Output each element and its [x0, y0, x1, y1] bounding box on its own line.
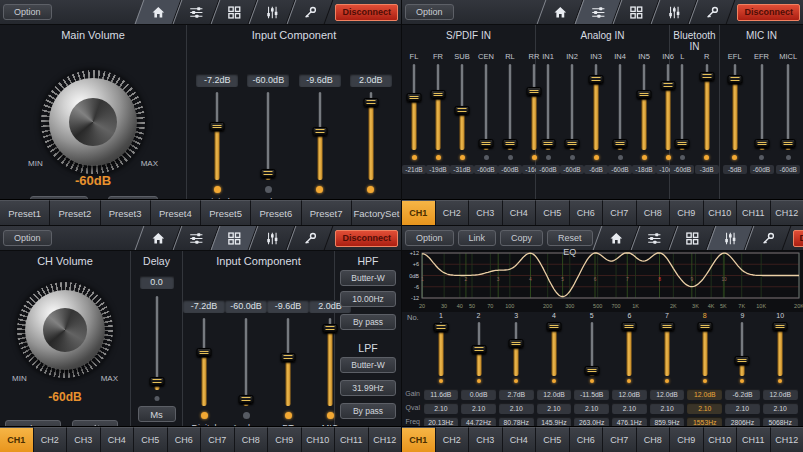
disconnect-button[interactable]: Disconnect — [335, 230, 398, 247]
level-slider[interactable] — [260, 92, 276, 180]
level-slider[interactable] — [280, 318, 296, 406]
slider-thumb[interactable] — [455, 106, 470, 115]
channel-tab-ch5[interactable]: CH5 — [536, 200, 570, 225]
level-slider[interactable] — [700, 64, 714, 150]
slider-thumb[interactable] — [149, 377, 164, 386]
eq-gain-slider[interactable] — [735, 322, 749, 376]
gain-value-badge[interactable]: 12.0dB — [537, 389, 572, 400]
reset-eq-button[interactable]: Reset EQ — [547, 230, 593, 246]
slider-thumb[interactable] — [773, 322, 788, 331]
slider-thumb[interactable] — [699, 72, 714, 81]
slider-thumb[interactable] — [584, 366, 599, 375]
eq-gain-slider[interactable] — [434, 322, 448, 376]
level-slider[interactable] — [637, 64, 651, 150]
slider-thumb[interactable] — [261, 169, 276, 178]
slider-thumb[interactable] — [660, 322, 675, 331]
level-slider[interactable] — [503, 64, 517, 150]
gain-value-badge[interactable]: 12.0dB — [650, 389, 685, 400]
slider-thumb[interactable] — [589, 75, 604, 84]
q-value-badge[interactable]: 2.10 — [461, 403, 496, 414]
q-value-badge[interactable]: 2.10 — [537, 403, 572, 414]
link-button[interactable]: Link — [458, 230, 497, 246]
q-value-badge[interactable]: 2.10 — [612, 403, 647, 414]
gain-value-badge[interactable]: 11.6dB — [424, 389, 459, 400]
channel-tab-ch5[interactable]: CH5 — [134, 427, 168, 452]
slider-thumb[interactable] — [503, 139, 518, 148]
channel-tab-ch9[interactable]: CH9 — [268, 427, 302, 452]
level-slider[interactable] — [479, 64, 493, 150]
level-slider[interactable] — [675, 64, 689, 150]
channel-tab-ch7[interactable]: CH7 — [201, 427, 235, 452]
channel-tab-ch6[interactable]: CH6 — [570, 200, 604, 225]
channel-tab-ch10[interactable]: CH10 — [704, 200, 738, 225]
slider-thumb[interactable] — [197, 348, 212, 357]
eq-gain-slider[interactable] — [509, 322, 523, 376]
channel-tab-ch2[interactable]: CH2 — [34, 427, 68, 452]
slider-thumb[interactable] — [479, 139, 494, 148]
slider-thumb[interactable] — [781, 139, 796, 148]
channel-tab-ch1[interactable]: CH1 — [402, 200, 436, 225]
preset-button[interactable]: Preset4 — [151, 200, 201, 225]
preset-button[interactable]: Preset3 — [101, 200, 151, 225]
slider-thumb[interactable] — [363, 98, 378, 107]
gain-value-badge[interactable]: 12.0dB — [763, 389, 798, 400]
channel-tab-ch5[interactable]: CH5 — [536, 427, 570, 452]
channel-tab-ch10[interactable]: CH10 — [704, 427, 738, 452]
slider-thumb[interactable] — [622, 322, 637, 331]
preset-button[interactable]: Preset6 — [251, 200, 301, 225]
channel-tab-ch10[interactable]: CH10 — [302, 427, 336, 452]
level-slider[interactable] — [196, 318, 212, 406]
option-button[interactable]: Option — [3, 4, 52, 20]
eq-gain-slider[interactable] — [773, 322, 787, 376]
lpf-type-button[interactable]: Butter-W — [340, 357, 396, 373]
gain-value-badge[interactable]: -6.2dB — [725, 389, 760, 400]
level-slider[interactable] — [728, 64, 742, 150]
channel-tab-ch6[interactable]: CH6 — [570, 427, 604, 452]
preset-button[interactable]: Preset5 — [201, 200, 251, 225]
level-slider[interactable] — [613, 64, 627, 150]
eq-gain-slider[interactable] — [547, 322, 561, 376]
level-slider[interactable] — [541, 64, 555, 150]
preset-button[interactable]: FactorySet — [352, 200, 401, 225]
channel-tab-ch2[interactable]: CH2 — [436, 200, 470, 225]
slider-thumb[interactable] — [754, 139, 769, 148]
hpf-freq-button[interactable]: 10.00Hz — [340, 291, 396, 307]
delay-unit-button[interactable]: Ms — [138, 406, 176, 422]
channel-tab-ch4[interactable]: CH4 — [503, 427, 537, 452]
gain-value-badge[interactable]: -11.5dB — [574, 389, 609, 400]
channel-tab-ch1[interactable]: CH1 — [402, 427, 436, 452]
level-slider[interactable] — [363, 92, 379, 180]
disconnect-button[interactable]: Disconnect — [737, 4, 800, 21]
channel-tab-ch8[interactable]: CH8 — [637, 427, 671, 452]
delay-slider[interactable] — [149, 296, 165, 390]
level-slider[interactable] — [589, 64, 603, 150]
channel-tab-ch3[interactable]: CH3 — [67, 427, 101, 452]
slider-thumb[interactable] — [407, 93, 422, 102]
slider-thumb[interactable] — [546, 322, 561, 331]
hpf-bypass-button[interactable]: By pass — [340, 314, 396, 330]
channel-tab-ch11[interactable]: CH11 — [737, 200, 771, 225]
channel-tab-ch12[interactable]: CH12 — [771, 427, 803, 452]
hpf-type-button[interactable]: Butter-W — [340, 270, 396, 286]
slider-thumb[interactable] — [541, 139, 556, 148]
channel-tab-ch1[interactable]: CH1 — [0, 427, 34, 452]
level-slider[interactable] — [755, 64, 769, 150]
option-button[interactable]: Option — [3, 230, 52, 246]
channel-tab-ch2[interactable]: CH2 — [436, 427, 470, 452]
channel-tab-ch4[interactable]: CH4 — [101, 427, 135, 452]
channel-tab-ch3[interactable]: CH3 — [469, 200, 503, 225]
q-value-badge[interactable]: 2.10 — [499, 403, 534, 414]
slider-thumb[interactable] — [431, 90, 446, 99]
slider-thumb[interactable] — [727, 75, 742, 84]
channel-tab-ch9[interactable]: CH9 — [670, 427, 704, 452]
disconnect-button[interactable]: Disconnect — [793, 230, 803, 247]
slider-thumb[interactable] — [735, 356, 750, 365]
eq-response-graph[interactable]: +12+60dB-6-1220304050701002003005007001K… — [402, 250, 803, 312]
slider-thumb[interactable] — [697, 322, 712, 331]
nav-tab-tuning[interactable] — [287, 0, 334, 24]
slider-thumb[interactable] — [565, 139, 580, 148]
channel-tab-ch8[interactable]: CH8 — [637, 200, 671, 225]
channel-tab-ch7[interactable]: CH7 — [603, 200, 637, 225]
nav-tab-tuning[interactable] — [287, 226, 334, 250]
slider-thumb[interactable] — [312, 127, 327, 136]
